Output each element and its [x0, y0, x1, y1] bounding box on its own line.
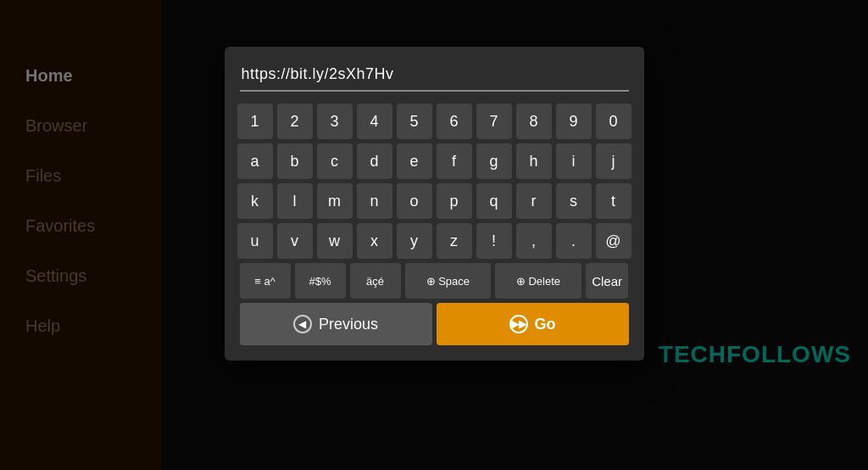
key-a[interactable]: a — [237, 143, 273, 179]
previous-button[interactable]: ◀ Previous — [240, 303, 432, 345]
modal-overlay: 1 2 3 4 5 6 7 8 9 0 a b c d e f g h — [0, 0, 868, 470]
keyboard-row-a-j: a b c d e f g h i j — [240, 143, 629, 179]
key-6[interactable]: 6 — [437, 104, 472, 139]
action-row: ◀ Previous ▶▶ Go — [240, 303, 629, 345]
key-v[interactable]: v — [277, 223, 313, 259]
key-h[interactable]: h — [516, 143, 552, 179]
key-1[interactable]: 1 — [237, 104, 273, 139]
key-k[interactable]: k — [237, 183, 273, 219]
key-symbols[interactable]: #$% — [295, 263, 346, 299]
key-exclaim[interactable]: ! — [476, 223, 512, 259]
key-n[interactable]: n — [357, 183, 392, 219]
go-button[interactable]: ▶▶ Go — [437, 303, 629, 345]
keyboard-row-special: ≡ a^ #$% äçé ⊕ Space ⊕ Delete Clear — [240, 263, 629, 299]
key-delete[interactable]: ⊕ Delete — [495, 263, 581, 299]
key-space[interactable]: ⊕ Space — [405, 263, 492, 299]
key-r[interactable]: r — [516, 183, 552, 219]
key-o[interactable]: o — [397, 183, 432, 219]
key-d[interactable]: d — [357, 143, 392, 179]
key-u[interactable]: u — [237, 223, 273, 259]
key-accents[interactable]: äçé — [350, 263, 401, 299]
keyboard-dialog: 1 2 3 4 5 6 7 8 9 0 a b c d e f g h — [225, 47, 644, 361]
key-2[interactable]: 2 — [277, 104, 313, 139]
keyboard-row-u-at: u v w x y z ! , . @ — [240, 223, 629, 259]
key-g[interactable]: g — [476, 143, 512, 179]
key-x[interactable]: x — [357, 223, 392, 259]
key-7[interactable]: 7 — [476, 104, 512, 139]
key-z[interactable]: z — [437, 223, 472, 259]
key-t[interactable]: t — [596, 183, 632, 219]
key-5[interactable]: 5 — [397, 104, 432, 139]
key-comma[interactable]: , — [516, 223, 552, 259]
keyboard-row-k-t: k l m n o p q r s t — [240, 183, 629, 219]
key-clear[interactable]: Clear — [586, 263, 629, 299]
key-s[interactable]: s — [556, 183, 592, 219]
key-8[interactable]: 8 — [516, 104, 552, 139]
key-e[interactable]: e — [397, 143, 432, 179]
key-4[interactable]: 4 — [357, 104, 392, 139]
key-caps[interactable]: ≡ a^ — [240, 263, 291, 299]
key-b[interactable]: b — [277, 143, 313, 179]
keyboard: 1 2 3 4 5 6 7 8 9 0 a b c d e f g h — [240, 104, 629, 299]
key-p[interactable]: p — [437, 183, 472, 219]
key-j[interactable]: j — [596, 143, 632, 179]
key-9[interactable]: 9 — [556, 104, 592, 139]
key-0[interactable]: 0 — [596, 104, 632, 139]
key-period[interactable]: . — [556, 223, 592, 259]
key-3[interactable]: 3 — [317, 104, 353, 139]
key-w[interactable]: w — [317, 223, 353, 259]
key-at[interactable]: @ — [596, 223, 632, 259]
previous-icon: ◀ — [293, 315, 312, 333]
key-q[interactable]: q — [476, 183, 512, 219]
key-y[interactable]: y — [397, 223, 432, 259]
key-f[interactable]: f — [437, 143, 472, 179]
key-m[interactable]: m — [317, 183, 353, 219]
url-input[interactable] — [240, 62, 629, 92]
key-l[interactable]: l — [277, 183, 313, 219]
keyboard-row-numbers: 1 2 3 4 5 6 7 8 9 0 — [240, 104, 629, 139]
go-icon: ▶▶ — [509, 315, 528, 333]
key-i[interactable]: i — [556, 143, 592, 179]
key-c[interactable]: c — [317, 143, 353, 179]
